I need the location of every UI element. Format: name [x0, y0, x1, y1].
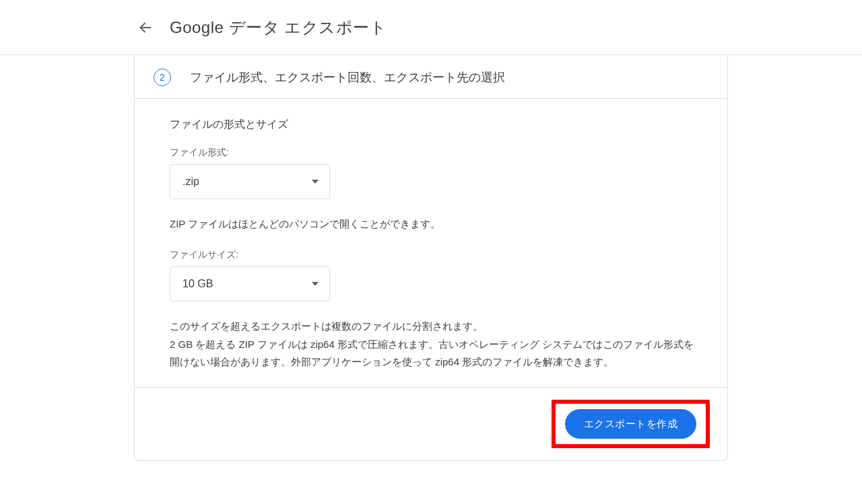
step-number-badge: 2	[154, 69, 171, 86]
page-header: Google データ エクスポート	[0, 0, 862, 55]
chevron-down-icon	[312, 180, 319, 184]
card-footer: エクスポートを作成	[135, 387, 727, 460]
file-size-help: このサイズを超えるエクスポートは複数のファイルに分割されます。2 GB を超える…	[170, 318, 700, 371]
step-header[interactable]: 2 ファイル形式、エクスポート回数、エクスポート先の選択	[135, 57, 727, 99]
arrow-left-icon	[138, 20, 153, 35]
file-type-select[interactable]: .zip	[170, 164, 330, 199]
back-button[interactable]	[135, 17, 156, 38]
step-title: ファイル形式、エクスポート回数、エクスポート先の選択	[190, 69, 505, 85]
file-type-label: ファイル形式:	[170, 147, 700, 159]
file-size-select[interactable]: 10 GB	[170, 266, 330, 301]
file-size-value: 10 GB	[183, 278, 213, 290]
section-heading: ファイルの形式とサイズ	[170, 118, 700, 132]
page-title: Google データ エクスポート	[170, 17, 387, 38]
file-type-help: ZIP ファイルはほとんどのパソコンで開くことができます。	[170, 215, 700, 233]
file-type-value: .zip	[183, 176, 199, 188]
main-content: 2 ファイル形式、エクスポート回数、エクスポート先の選択 ファイルの形式とサイズ…	[0, 55, 862, 461]
create-export-button[interactable]: エクスポートを作成	[565, 409, 697, 439]
file-size-label: ファイルサイズ:	[170, 249, 700, 261]
step-number: 2	[160, 72, 165, 83]
highlight-annotation: エクスポートを作成	[552, 400, 710, 448]
card-body: ファイルの形式とサイズ ファイル形式: .zip ZIP ファイルはほとんどのパ…	[135, 99, 727, 387]
chevron-down-icon	[312, 282, 319, 286]
export-card: 2 ファイル形式、エクスポート回数、エクスポート先の選択 ファイルの形式とサイズ…	[134, 57, 728, 461]
